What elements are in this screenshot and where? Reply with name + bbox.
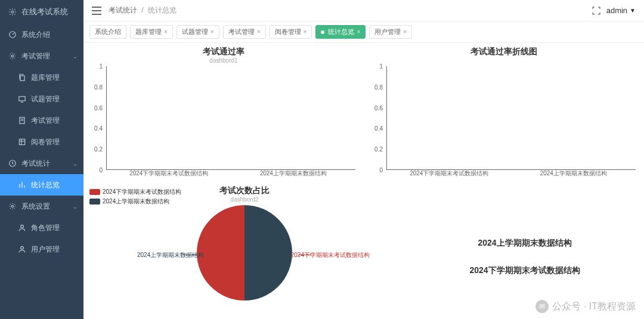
hamburger-icon[interactable] (92, 7, 101, 15)
sidebar-item[interactable]: 系统介绍 (0, 24, 83, 45)
sidebar-subitem[interactable]: 统计总览 (0, 174, 83, 196)
sidebar-subitem[interactable]: 考试管理 (0, 110, 83, 131)
user-icon (18, 245, 26, 253)
sidebar-item-label: 系统设置 (21, 202, 50, 212)
chevron-down-icon: ⌄ (73, 160, 78, 167)
svg-point-2 (11, 55, 14, 57)
chart-title: 考试次数占比 (219, 185, 270, 196)
close-icon[interactable]: × (164, 29, 168, 35)
sidebar-subitem[interactable]: 题库管理 (0, 67, 83, 88)
breadcrumb-root[interactable]: 考试统计 (109, 6, 137, 14)
close-icon[interactable]: × (210, 29, 214, 35)
sidebar-subitem[interactable]: 用户管理 (0, 239, 83, 260)
sidebar: 在线考试系统 系统介绍考试管理⌄题库管理试题管理考试管理阅卷管理考试统计⌄统计总… (0, 0, 83, 319)
tab[interactable]: 阅卷管理× (270, 25, 312, 39)
tab[interactable]: 考试管理× (223, 25, 266, 39)
close-icon[interactable]: × (403, 29, 407, 35)
sidebar-item[interactable]: 考试管理⌄ (0, 45, 83, 67)
y-tick: 0.6 (94, 104, 103, 111)
sidebar-item-label: 用户管理 (31, 244, 60, 255)
legend-item[interactable]: 2024下学期期末考试数据结构 (89, 188, 181, 196)
sidebar-item-label: 考试管理 (31, 116, 60, 126)
chart-pie: 2024下学期期末考试数据结构2024上学期期末数据结构 考试次数占比 dash… (89, 185, 400, 301)
y-tick: 0.2 (374, 146, 383, 153)
clock-icon (8, 159, 17, 168)
tab-label: 系统介绍 (95, 27, 121, 36)
svg-point-0 (11, 11, 14, 13)
sidebar-item[interactable]: 考试统计⌄ (0, 153, 83, 174)
sidebar-subitem[interactable]: 阅卷管理 (0, 131, 83, 153)
fullscreen-icon[interactable] (592, 7, 600, 15)
close-icon[interactable]: × (304, 29, 307, 35)
y-tick: 0 (379, 167, 383, 174)
tab-label: 试题管理 (182, 27, 208, 36)
tabsbar: 系统介绍题库管理×试题管理×考试管理×阅卷管理×统计总览×用户管理× (83, 21, 644, 43)
chart-title: 考试通过率折线图 (370, 47, 638, 57)
dash-icon (8, 30, 17, 39)
legend-item[interactable]: 2024上学期期末数据结构 (89, 197, 181, 206)
tab[interactable]: 试题管理× (177, 25, 219, 39)
sidebar-item-label: 题库管理 (31, 73, 60, 83)
user-menu[interactable]: admin ▼ (606, 6, 636, 15)
y-tick: 0 (99, 167, 103, 174)
tab-label: 题库管理 (135, 27, 162, 36)
chevron-down-icon: ⌄ (73, 203, 78, 210)
y-tick: 0.6 (374, 104, 383, 111)
chart-pass-rate-line: 考试通过率折线图 00.20.40.60.812024下学期期末考试数据结构20… (370, 47, 638, 179)
chart-title: 考试通过率 (89, 47, 358, 57)
breadcrumb: 考试统计 / 统计总览 (109, 5, 177, 16)
chart-icon (18, 181, 26, 189)
close-icon[interactable]: × (257, 29, 261, 35)
brand-label: 在线考试系统 (21, 7, 68, 17)
legend-swatch (89, 199, 100, 205)
y-tick: 0.8 (374, 83, 383, 90)
rank-item: 2024下学期期末考试数据结构 (411, 265, 638, 276)
brand: 在线考试系统 (0, 0, 83, 24)
sidebar-item-label: 系统介绍 (21, 30, 50, 40)
chart-pass-rate: 考试通过率 dashbord1 00.20.40.60.812024下学期期末考… (89, 47, 358, 179)
screen-icon (18, 95, 26, 103)
legend-label: 2024上学期期末数据结构 (103, 197, 169, 206)
gear-icon (8, 8, 17, 16)
sidebar-item[interactable]: 系统设置⌄ (0, 196, 83, 217)
x-tick: 2024下学期期末考试数据结构 (410, 169, 488, 178)
pie-leader-line (298, 255, 311, 255)
legend-label: 2024下学期期末考试数据结构 (103, 188, 181, 196)
chart-subtitle: dashbord1 (89, 57, 358, 64)
svg-rect-4 (19, 97, 26, 101)
chart-subtitle: dashbord2 (230, 196, 258, 203)
tab[interactable]: 系统介绍 (89, 25, 126, 39)
svg-rect-8 (19, 139, 24, 144)
sidebar-subitem[interactable]: 角色管理 (0, 217, 83, 239)
caret-down-icon: ▼ (630, 7, 636, 14)
y-tick: 0.2 (94, 146, 103, 153)
user-icon (18, 224, 26, 232)
copy-icon (18, 73, 26, 82)
doc-icon (18, 116, 26, 125)
sidebar-item-label: 阅卷管理 (31, 137, 60, 147)
x-tick: 2024上学期期末数据结构 (540, 169, 607, 178)
tab[interactable]: 统计总览× (315, 25, 366, 39)
svg-rect-3 (20, 76, 24, 80)
y-tick: 1 (99, 63, 103, 70)
tab-label: 考试管理 (228, 27, 255, 36)
sidebar-item-label: 考试统计 (21, 159, 50, 169)
rank-list: 2024上学期期末数据结构 2024下学期期末考试数据结构 (411, 185, 638, 301)
tab-label: 用户管理 (374, 27, 401, 36)
tab[interactable]: 用户管理× (369, 25, 412, 39)
sidebar-subitem[interactable]: 试题管理 (0, 88, 83, 110)
y-tick: 0.4 (94, 125, 103, 132)
chart-subtitle (370, 57, 638, 64)
tab-label: 阅卷管理 (275, 27, 301, 36)
close-icon[interactable]: × (357, 29, 360, 35)
tab-label: 统计总览 (328, 27, 354, 36)
sidebar-item-label: 角色管理 (31, 223, 60, 233)
content: 考试通过率 dashbord1 00.20.40.60.812024下学期期末考… (83, 43, 644, 319)
y-tick: 0.4 (374, 125, 383, 132)
sidebar-item-label: 考试管理 (21, 51, 50, 61)
tab[interactable]: 题库管理× (130, 25, 173, 39)
gear-icon (8, 52, 17, 60)
gear-icon (8, 202, 17, 210)
sheet-icon (18, 138, 26, 146)
chevron-down-icon: ⌄ (73, 53, 78, 60)
